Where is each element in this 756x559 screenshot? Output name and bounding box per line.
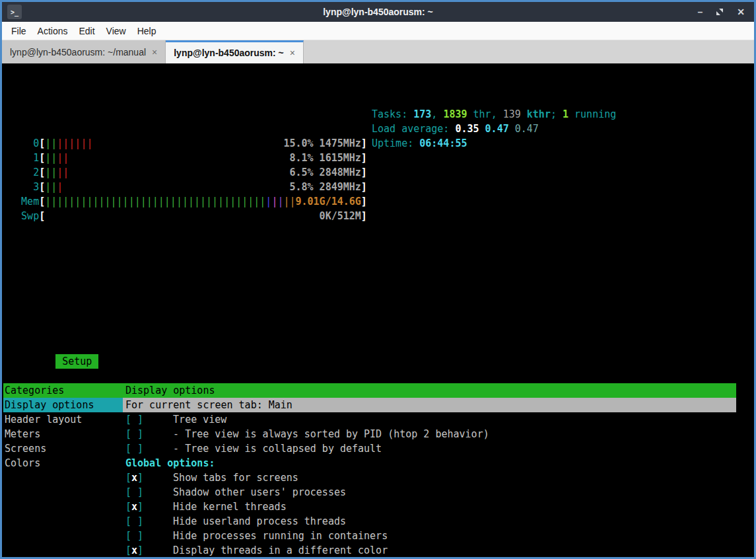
panel-subtitle: For current screen tab: Main [123,398,736,412]
categories-header: Categories [3,383,123,398]
meter-spacer [63,180,289,194]
meter-spacer [92,136,283,151]
meter-open-bracket: [ [39,209,45,223]
checkbox-mark [131,529,137,543]
minimize-button[interactable]: – [697,7,703,17]
setup-tab: Setup [55,354,98,369]
meter-open-bracket: [ [39,180,45,194]
meter-mem: Mem[||||||||||||||||||||||||||||||||||||… [3,194,754,209]
option-label: Display threads in a different color [173,544,388,556]
option-shadow-other-users-processes[interactable]: [ ]Shadow other users' processes [123,485,736,500]
meter-label: 0 [3,136,39,151]
meter-cpu3: 3[|||5.8% 2849MHz] [3,180,754,194]
checkbox-close-bracket: ] [137,515,143,527]
option-tree-view-is-always-sorted-by-pid-htop-2-b[interactable]: [ ]- Tree view is always sorted by PID (… [123,427,736,441]
titlebar[interactable]: >_ lynp@lyn-b450aorusm: ~ – ✕ [2,2,754,22]
category-header-layout[interactable]: Header layout [3,412,123,427]
meter-cpu2: 2[||||6.5% 2848MHz] [3,165,754,180]
meter-bars-red: |||||| [57,136,92,151]
terminal-screen[interactable]: 0[||||||||15.0% 1475MHz]1[||||8.1% 1615M… [2,63,754,557]
meter-label: 1 [3,151,39,165]
close-button[interactable]: ✕ [737,7,745,17]
checkbox-mark [131,427,137,441]
checkbox-close-bracket: ] [137,501,143,513]
checkbox-close-bracket: ] [137,544,143,556]
meter-value: 15.0% 1475MHz [283,136,361,151]
option-label: Show tabs for screens [173,472,298,484]
terminal-tab-2[interactable]: lynp@lyn-b450aorusm: ~× [166,40,304,63]
meter-close-bracket: ] [361,165,367,180]
meter-swp: Swp[0K/512M] [3,209,754,223]
category-display-options[interactable]: Display options [3,398,123,412]
option-hide-userland-process-threads[interactable]: [ ]Hide userland process threads [123,514,736,529]
checkbox-close-bracket: ] [137,472,143,484]
window-title: lynp@lyn-b450aorusm: ~ [2,7,754,17]
option-display-threads-in-a-different-color[interactable]: [x]Display threads in a different color [123,543,736,557]
menubar: FileActionsEditViewHelp [2,22,754,40]
terminal-app-icon: >_ [7,5,22,19]
tasks-line: Tasks: 173, 1839 thr, 139 kthr; 1 runnin… [372,107,616,122]
uptime-line: Uptime: 06:44:55 [372,136,616,151]
option-tree-view[interactable]: [ ]Tree view [123,412,736,427]
checkbox-mark: x [131,500,137,514]
option-label: Tree view [173,414,226,426]
menu-edit[interactable]: Edit [79,26,94,36]
option-hide-processes-running-in-containers[interactable]: [ ]Hide processes running in containers [123,529,736,543]
htop-header: 0[||||||||15.0% 1475MHz]1[||||8.1% 1615M… [3,107,754,267]
meter-bars-red: || [57,165,69,180]
category-colors[interactable]: Colors [3,456,123,470]
meter-body: ||||||||||||||||||||||||||||||||||||||||… [45,194,361,209]
meter-value: 8.1% 1615MHz [289,151,361,165]
meter-body: ||||||||15.0% 1475MHz [45,136,361,151]
terminal-tab-1[interactable]: lynp@lyn-b450aorusm: ~/manual× [2,40,166,63]
checkbox-open-bracket: [ [125,544,131,556]
tab-close-icon[interactable]: × [152,47,157,57]
menu-help[interactable]: Help [137,26,156,36]
checkbox-open-bracket: [ [125,530,131,542]
meter-bars-green: ||||||||||||||||||||||||||||||||||||| [45,194,265,209]
setup-panel: CategoriesDisplay optionsHeader layoutMe… [3,383,736,557]
option-show-tabs-for-screens[interactable]: [x]Show tabs for screens [123,470,736,485]
window-controls: – ✕ [697,7,754,17]
tab-close-icon[interactable]: × [290,48,295,58]
checkbox-open-bracket: [ [125,501,131,513]
panel-title: Display options [123,383,736,398]
meter-bars-red: | [57,180,63,194]
meter-spacer [69,165,289,180]
meter-label: Swp [3,209,39,223]
restore-button[interactable] [716,8,724,16]
meter-label: 2 [3,165,39,180]
meter-value: 6.5% 2848MHz [289,165,361,180]
category-meters[interactable]: Meters [3,427,123,441]
checkbox-open-bracket: [ [125,486,131,498]
checkbox-open-bracket: [ [125,428,131,440]
terminal-window: >_ lynp@lyn-b450aorusm: ~ – ✕ FileAction… [0,0,756,559]
section-global-options: Global options: [123,456,736,470]
option-hide-kernel-threads[interactable]: [x]Hide kernel threads [123,500,736,514]
checkbox-open-bracket: [ [125,515,131,527]
meter-bars-orange: || [283,194,295,209]
checkbox-open-bracket: [ [125,472,131,484]
meter-open-bracket: [ [39,165,45,180]
meter-open-bracket: [ [39,194,45,209]
meter-body: ||||8.1% 1615MHz [45,151,361,165]
option-tree-view-is-collapsed-by-default[interactable]: [ ]- Tree view is collapsed by default [123,441,736,456]
meter-cpu1: 1[||||8.1% 1615MHz] [3,151,754,165]
menu-view[interactable]: View [106,26,126,36]
meter-body: |||5.8% 2849MHz [45,180,361,194]
category-screens[interactable]: Screens [3,441,123,456]
checkbox-mark [131,412,137,427]
meter-label: 3 [3,180,39,194]
meter-value: 9.01G/14.6G [296,194,361,209]
menu-file[interactable]: File [11,26,26,36]
meter-bars-red: || [57,151,69,165]
meter-body: 0K/512M [45,209,361,223]
checkbox-mark [131,485,137,500]
meter-value: 5.8% 2849MHz [289,180,361,194]
menu-actions[interactable]: Actions [38,26,68,36]
meter-spacer [45,209,319,223]
restore-icon [716,8,724,16]
option-label: Hide processes running in containers [173,530,388,542]
terminal-icon-glyph: >_ [11,9,18,16]
meter-bars-blue: | [265,194,271,209]
